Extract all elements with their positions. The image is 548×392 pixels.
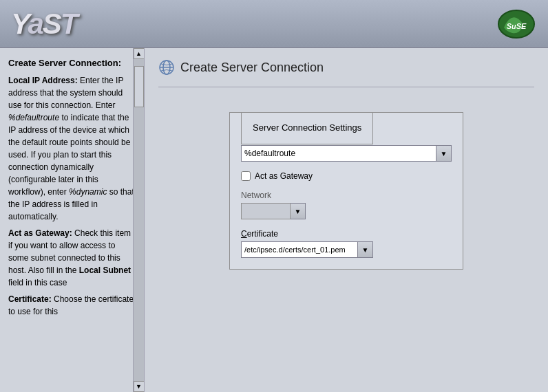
network-input-row: ▼ bbox=[241, 203, 452, 219]
suse-logo: SuSE bbox=[496, 7, 537, 41]
local-ip-dropdown-button[interactable]: ▼ bbox=[436, 145, 452, 162]
scroll-down-button[interactable]: ▼ bbox=[134, 381, 145, 392]
gateway-label[interactable]: Act as Gateway bbox=[255, 171, 313, 181]
local-ip-input-row: ▼ bbox=[241, 145, 452, 162]
scroll-thumb[interactable] bbox=[134, 66, 144, 107]
local-ip-input[interactable] bbox=[241, 145, 436, 162]
yast-logo: YaST bbox=[11, 8, 77, 41]
sidebar: Create Server Connection: Local IP Addre… bbox=[0, 48, 145, 392]
content-area: Create Server Connection Server Connecti… bbox=[145, 48, 548, 392]
server-connection-settings: Server Connection Settings Local IP Addr… bbox=[229, 112, 463, 270]
title-divider bbox=[158, 87, 534, 87]
network-icon bbox=[158, 59, 175, 76]
certificate-input-row: ▼ bbox=[241, 241, 452, 258]
sidebar-gateway-section: Act as Gateway: Check this item if you w… bbox=[8, 227, 137, 289]
sidebar-local-ip-section: Local IP Address: Enter the IP address t… bbox=[8, 74, 137, 223]
page-title: Create Server Connection bbox=[180, 61, 324, 75]
gateway-checkbox[interactable] bbox=[241, 171, 251, 181]
sidebar-scrollbar: ▲ ▼ bbox=[133, 48, 144, 392]
scroll-track bbox=[134, 59, 144, 381]
certificate-dropdown-button[interactable]: ▼ bbox=[358, 241, 373, 258]
certificate-label: Certificate bbox=[241, 229, 452, 239]
network-label: Network bbox=[241, 190, 452, 200]
gateway-checkbox-row: Act as Gateway bbox=[241, 171, 452, 181]
main-layout: Create Server Connection: Local IP Addre… bbox=[0, 48, 548, 392]
certificate-input[interactable] bbox=[241, 241, 358, 258]
header: YaST SuSE bbox=[0, 0, 548, 48]
sidebar-content: Create Server Connection: Local IP Addre… bbox=[0, 48, 144, 392]
svg-text:SuSE: SuSE bbox=[507, 22, 527, 30]
network-input[interactable] bbox=[241, 203, 291, 219]
network-dropdown-button[interactable]: ▼ bbox=[291, 203, 306, 219]
scroll-up-button[interactable]: ▲ bbox=[134, 48, 145, 59]
sidebar-title: Create Server Connection: bbox=[8, 56, 137, 70]
fieldset-legend: Server Connection Settings bbox=[241, 112, 373, 144]
content-title: Create Server Connection bbox=[158, 59, 534, 76]
sidebar-certificate-section: Certificate: Choose the certificate to u… bbox=[8, 293, 137, 318]
